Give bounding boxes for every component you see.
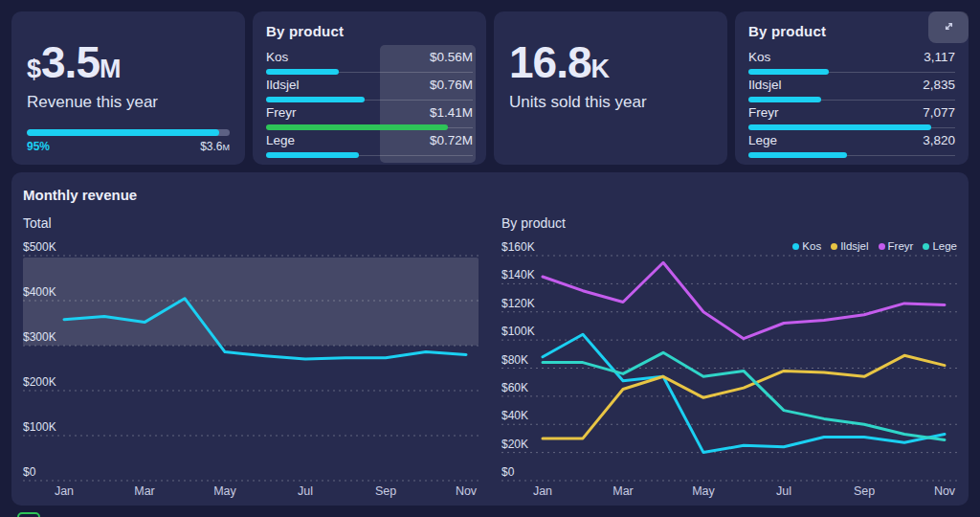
by-product-line-chart[interactable]: $0$20K$40K$60K$80K$100K$120K$140K$160KJa… xyxy=(501,234,957,502)
product-value: 3,117 xyxy=(924,50,955,65)
y-axis-tick-label: $0 xyxy=(501,465,515,479)
y-axis-tick-label: $160K xyxy=(501,240,535,254)
monthly-revenue-panel: Monthly revenue Total By product KosIlds… xyxy=(11,172,969,506)
kos-series-line xyxy=(543,334,945,452)
card-title: By product xyxy=(748,23,955,39)
product-label: Lege xyxy=(748,133,777,148)
y-axis-tick-label: $300K xyxy=(23,330,56,344)
x-axis-tick-label: Jan xyxy=(533,484,552,498)
product-row: Lege3,820 xyxy=(748,133,955,161)
progress-track xyxy=(27,129,230,136)
y-axis-tick-label: $20K xyxy=(501,438,528,451)
product-bar xyxy=(266,152,473,158)
units-kpi-card: 16.8K Units sold this year xyxy=(494,11,727,165)
product-bar xyxy=(748,152,955,158)
product-value: 3,820 xyxy=(923,133,955,148)
bar-fill xyxy=(748,124,931,130)
progress-fill xyxy=(27,129,219,136)
units-suffix: K xyxy=(591,55,611,83)
units-by-product-card: By product Kos3,117Ildsjel2,835Freyr7,07… xyxy=(735,11,969,165)
revenue-kpi-card: $3.5M Revenue this year 95% $3.6M xyxy=(11,11,245,165)
product-row: Freyr7,077 xyxy=(748,105,955,133)
y-axis-tick-label: $100K xyxy=(23,420,56,434)
product-value: 2,835 xyxy=(923,78,955,93)
progress-target-label: $3.6M xyxy=(200,140,230,153)
revenue-kpi-label: Revenue this year xyxy=(27,93,230,112)
product-bar xyxy=(748,97,955,102)
product-bar xyxy=(748,69,955,75)
product-label: Freyr xyxy=(748,105,779,121)
product-bar xyxy=(266,97,473,102)
x-axis-tick-label: Jan xyxy=(55,484,74,498)
revenue-progress: 95% $3.6M xyxy=(27,129,230,153)
freyr-series-line xyxy=(543,262,945,338)
product-value: $0.56M xyxy=(430,50,473,65)
y-axis-tick-label: $140K xyxy=(501,268,535,281)
product-bar xyxy=(748,124,955,130)
chart-svg: $0$100K$200K$300K$400K$500KJanMarMayJulS… xyxy=(23,234,479,502)
x-axis-tick-label: Mar xyxy=(134,484,155,498)
units-product-rows: Kos3,117Ildsjel2,835Freyr7,077Lege3,820 xyxy=(748,50,955,161)
product-bar xyxy=(266,69,473,75)
product-label: Ildsjel xyxy=(266,78,300,93)
product-label: Freyr xyxy=(266,105,297,121)
x-axis-tick-label: Mar xyxy=(612,484,634,498)
revenue-value: $3.5M xyxy=(27,40,230,84)
x-axis-tick-label: Nov xyxy=(456,484,478,498)
units-kpi-label: Units sold this year xyxy=(509,93,712,112)
x-axis-tick-label: Sep xyxy=(854,484,875,498)
revenue-product-rows: Kos$0.56MIldsjel$0.76MFreyr$1.41MLege$0.… xyxy=(266,50,473,161)
bar-fill xyxy=(266,124,448,130)
product-row: Freyr$1.41M xyxy=(266,105,473,133)
collapse-expand-button[interactable] xyxy=(928,11,969,43)
revenue-number: 3.5 xyxy=(41,37,100,87)
x-axis-tick-label: Jul xyxy=(298,484,313,498)
x-axis-tick-label: May xyxy=(213,484,236,498)
highlight-band xyxy=(23,258,479,346)
currency-symbol: $ xyxy=(27,55,41,83)
bar-fill xyxy=(748,152,847,158)
chart-svg: $0$20K$40K$60K$80K$100K$120K$140K$160KJa… xyxy=(501,234,957,502)
y-axis-tick-label: $120K xyxy=(501,297,535,310)
y-axis-tick-label: $40K xyxy=(501,409,528,422)
y-axis-tick-label: $200K xyxy=(23,375,56,389)
offscreen-green-element xyxy=(17,512,40,517)
product-row: Ildsjel2,835 xyxy=(748,78,955,105)
bar-fill xyxy=(266,69,339,75)
product-value: $0.76M xyxy=(430,78,473,93)
total-chart-subtitle: Total xyxy=(23,215,52,231)
product-label: Kos xyxy=(748,50,770,65)
x-axis-tick-label: Sep xyxy=(375,484,396,498)
product-label: Kos xyxy=(266,50,288,65)
y-axis-tick-label: $100K xyxy=(501,325,535,338)
card-title: By product xyxy=(266,23,473,39)
y-axis-tick-label: $80K xyxy=(501,353,528,367)
product-row: Kos3,117 xyxy=(748,50,955,78)
revenue-by-product-card: By product Kos$0.56MIldsjel$0.76MFreyr$1… xyxy=(253,11,486,165)
x-axis-tick-label: May xyxy=(692,484,715,498)
product-label: Lege xyxy=(266,133,295,148)
panel-title: Monthly revenue xyxy=(23,187,137,203)
units-number: 16.8 xyxy=(509,37,591,87)
collapse-arrows-icon xyxy=(942,19,956,36)
x-axis-tick-label: Nov xyxy=(934,484,956,498)
y-axis-tick-label: $400K xyxy=(23,285,56,299)
product-bar xyxy=(266,124,473,130)
product-value: 7,077 xyxy=(923,105,955,121)
bar-fill xyxy=(266,97,365,102)
by-product-chart-subtitle: By product xyxy=(501,215,566,231)
bar-fill xyxy=(748,69,829,75)
kpi-row: $3.5M Revenue this year 95% $3.6M By pro… xyxy=(11,11,969,165)
total-line-chart[interactable]: $0$100K$200K$300K$400K$500KJanMarMayJulS… xyxy=(23,234,479,502)
y-axis-tick-label: $500K xyxy=(23,240,56,254)
x-axis-tick-label: Jul xyxy=(776,484,791,498)
product-value: $0.72M xyxy=(430,133,473,148)
product-label: Ildsjel xyxy=(748,78,782,93)
dashboard: $3.5M Revenue this year 95% $3.6M By pro… xyxy=(0,0,980,517)
progress-percent-label: 95% xyxy=(27,140,50,153)
product-row: Kos$0.56M xyxy=(266,50,473,78)
product-row: Ildsjel$0.76M xyxy=(266,78,473,105)
revenue-suffix: M xyxy=(100,55,122,83)
bar-fill xyxy=(266,152,359,158)
product-value: $1.41M xyxy=(430,105,473,121)
